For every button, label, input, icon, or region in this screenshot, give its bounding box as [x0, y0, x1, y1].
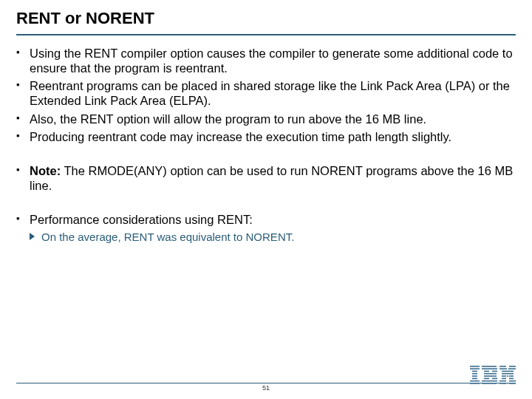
title-divider — [16, 34, 516, 35]
svg-rect-31 — [509, 381, 516, 382]
svg-rect-18 — [499, 366, 506, 367]
slide-title: RENT or NORENT — [16, 9, 516, 34]
svg-rect-22 — [502, 371, 508, 372]
note-text: The RMODE(ANY) option can be used to run… — [30, 164, 513, 192]
svg-rect-8 — [482, 366, 497, 367]
note-item: Note: The RMODE(ANY) option can be used … — [16, 163, 516, 193]
perf-item: Performance considerations using RENT: — [16, 212, 516, 227]
svg-rect-21 — [508, 368, 516, 369]
note-label: Note: — [30, 164, 61, 177]
svg-rect-15 — [492, 378, 497, 380]
perf-list: Performance considerations using RENT: — [16, 212, 516, 227]
svg-rect-2 — [472, 371, 477, 372]
ibm-logo-icon — [470, 366, 516, 384]
bullet-item: Producing reentrant code may increase th… — [16, 129, 516, 144]
bullet-item: Using the RENT compiler option causes th… — [16, 46, 516, 75]
svg-rect-16 — [482, 381, 497, 382]
page-number: 51 — [0, 384, 532, 392]
svg-rect-11 — [492, 371, 497, 372]
svg-rect-14 — [484, 378, 489, 380]
svg-rect-26 — [507, 375, 508, 377]
svg-rect-0 — [470, 366, 480, 367]
svg-rect-9 — [482, 368, 497, 369]
svg-rect-25 — [502, 375, 506, 377]
svg-rect-7 — [470, 383, 480, 384]
svg-rect-20 — [499, 368, 507, 369]
svg-rect-3 — [472, 373, 477, 375]
svg-rect-24 — [502, 373, 514, 375]
svg-rect-33 — [509, 383, 516, 384]
svg-rect-10 — [484, 371, 489, 372]
svg-rect-12 — [484, 373, 497, 375]
svg-rect-17 — [482, 383, 497, 384]
bullet-list: Using the RENT compiler option causes th… — [16, 46, 516, 144]
svg-rect-19 — [509, 366, 516, 367]
perf-sublist: On the average, RENT was equivalent to N… — [16, 230, 516, 245]
spacer — [16, 147, 516, 163]
svg-rect-29 — [509, 378, 514, 380]
footer-divider — [16, 383, 516, 383]
svg-rect-32 — [499, 383, 506, 384]
ibm-logo — [470, 366, 516, 387]
bullet-item: Also, the RENT option will allow the pro… — [16, 112, 516, 126]
svg-rect-30 — [499, 381, 506, 382]
svg-rect-4 — [472, 375, 477, 377]
bullet-item: Reentrant programs can be placed in shar… — [16, 78, 516, 108]
spacer — [16, 196, 516, 212]
perf-subitem: On the average, RENT was equivalent to N… — [16, 230, 516, 245]
slide: RENT or NORENT Using the RENT compiler o… — [0, 0, 532, 399]
note-list: Note: The RMODE(ANY) option can be used … — [16, 163, 516, 193]
svg-rect-13 — [484, 375, 497, 377]
svg-rect-27 — [509, 375, 514, 377]
svg-rect-23 — [508, 371, 514, 372]
svg-rect-1 — [470, 368, 480, 369]
svg-rect-5 — [472, 378, 477, 380]
svg-rect-6 — [470, 381, 480, 382]
svg-rect-28 — [502, 378, 506, 380]
footer: 51 — [0, 383, 532, 392]
